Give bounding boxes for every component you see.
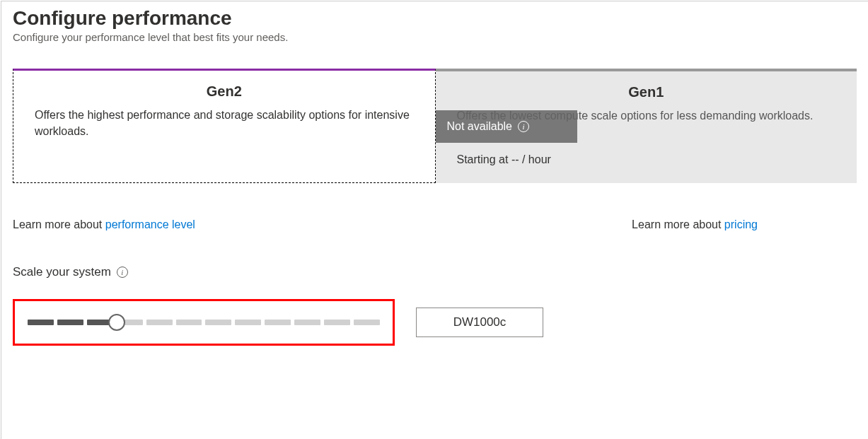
- not-available-label: Not available: [447, 120, 513, 133]
- tab-gen1-starting: Starting at -- / hour: [457, 153, 836, 166]
- tab-gen1-title: Gen1: [457, 84, 836, 100]
- generation-tabs: Gen2 Offers the highest performance and …: [13, 69, 857, 183]
- scale-label-text: Scale your system: [13, 265, 111, 279]
- performance-level-link[interactable]: performance level: [105, 218, 195, 230]
- not-available-overlay: Not available i: [436, 110, 577, 143]
- slider-segment: [265, 320, 291, 325]
- slider-segment: [294, 320, 320, 325]
- slider-segment: [205, 320, 231, 325]
- scale-slider[interactable]: [28, 320, 380, 325]
- slider-highlight-box: [13, 299, 395, 346]
- page-subtitle: Configure your performance level that be…: [13, 31, 857, 43]
- tab-gen1[interactable]: Gen1 Offers the lowest compute scale opt…: [436, 69, 857, 183]
- learn-more-row: Learn more about performance level Learn…: [13, 218, 857, 231]
- learn-more-performance: Learn more about performance level: [13, 218, 195, 231]
- slider-segment: [324, 320, 350, 325]
- info-icon[interactable]: i: [518, 121, 529, 132]
- slider-segment: [57, 320, 83, 325]
- info-icon[interactable]: i: [117, 267, 128, 278]
- slider-segment: [354, 320, 380, 325]
- configure-performance-panel: Configure performance Configure your per…: [1, 1, 868, 439]
- slider-segment: [235, 320, 261, 325]
- scale-your-system-label: Scale your system i: [13, 265, 857, 279]
- tab-gen2-desc: Offers the highest performance and stora…: [35, 107, 414, 139]
- slider-segment: [176, 320, 202, 325]
- scale-slider-row: DW1000c: [13, 299, 857, 346]
- scale-value-display: DW1000c: [416, 308, 543, 337]
- learn-more-pricing: Learn more about pricing: [632, 218, 758, 231]
- slider-segment: [28, 320, 54, 325]
- tab-gen2[interactable]: Gen2 Offers the highest performance and …: [13, 69, 436, 183]
- page-title: Configure performance: [13, 7, 857, 30]
- slider-thumb[interactable]: [108, 314, 125, 331]
- pricing-link[interactable]: pricing: [724, 218, 758, 230]
- tab-gen2-title: Gen2: [35, 83, 414, 100]
- learn-left-prefix: Learn more about: [13, 218, 105, 230]
- learn-right-prefix: Learn more about: [632, 218, 724, 230]
- slider-segment: [146, 320, 173, 325]
